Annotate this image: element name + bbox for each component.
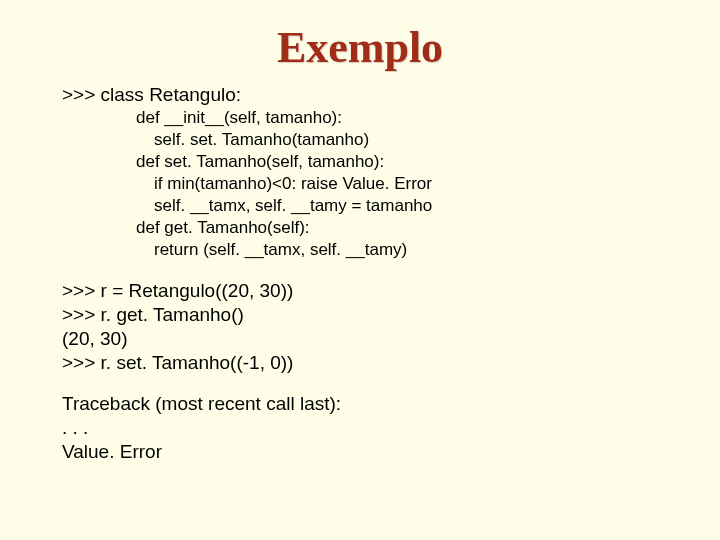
code-line: if min(tamanho)<0: raise Value. Error <box>62 173 658 195</box>
code-line: def __init__(self, tamanho): <box>62 107 658 129</box>
code-line: def set. Tamanho(self, tamanho): <box>62 151 658 173</box>
code-line: >>> class Retangulo: <box>62 83 658 107</box>
session-line: >>> r = Retangulo((20, 30)) <box>62 279 658 303</box>
code-line: self. set. Tamanho(tamanho) <box>62 129 658 151</box>
session-line: >>> r. get. Tamanho() <box>62 303 658 327</box>
code-line: return (self. __tamx, self. __tamy) <box>62 239 658 261</box>
code-nested: def __init__(self, tamanho): self. set. … <box>62 107 658 262</box>
traceback-line: Value. Error <box>62 440 658 464</box>
traceback-block: Traceback (most recent call last): . . .… <box>62 392 658 463</box>
slide: Exemplo >>> class Retangulo: def __init_… <box>0 0 720 540</box>
session-line: >>> r. set. Tamanho((-1, 0)) <box>62 351 658 375</box>
code-block: >>> class Retangulo: def __init__(self, … <box>62 83 658 261</box>
code-line: self. __tamx, self. __tamy = tamanho <box>62 195 658 217</box>
slide-title: Exemplo <box>0 0 720 83</box>
slide-content: >>> class Retangulo: def __init__(self, … <box>0 83 720 464</box>
code-line: def get. Tamanho(self): <box>62 217 658 239</box>
traceback-line: . . . <box>62 416 658 440</box>
session-line: (20, 30) <box>62 327 658 351</box>
traceback-line: Traceback (most recent call last): <box>62 392 658 416</box>
session-block: >>> r = Retangulo((20, 30)) >>> r. get. … <box>62 279 658 374</box>
